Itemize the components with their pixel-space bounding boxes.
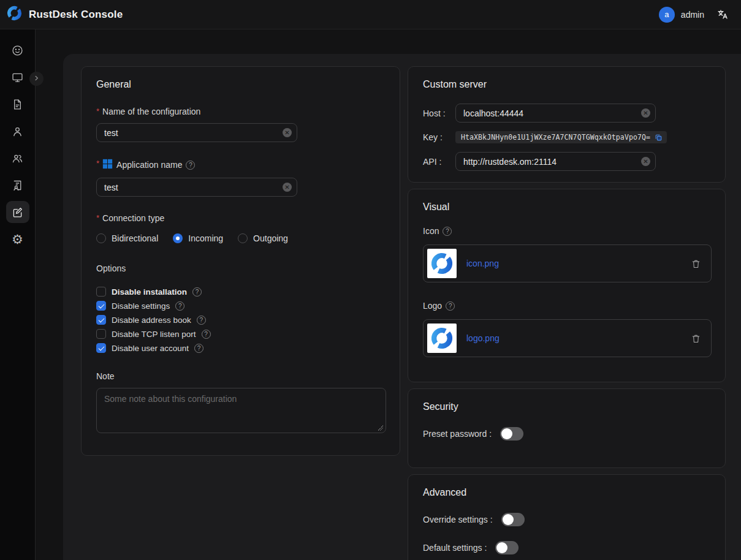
sidebar-item-custom-client[interactable] xyxy=(6,201,29,223)
connection-type-label: * Connection type xyxy=(96,213,385,223)
sidebar-collapse-button[interactable] xyxy=(29,72,44,86)
help-icon[interactable]: ? xyxy=(175,301,184,311)
preset-password-toggle[interactable] xyxy=(500,427,523,441)
required-asterisk: * xyxy=(96,213,99,222)
visual-card: Visual Icon ? icon.png xyxy=(408,189,726,382)
monitor-icon xyxy=(11,71,24,84)
windows-logo-icon xyxy=(102,159,113,171)
default-settings-label: Default settings : xyxy=(423,543,487,553)
help-icon[interactable]: ? xyxy=(194,344,203,353)
help-icon[interactable]: ? xyxy=(186,161,195,170)
override-settings-toggle[interactable] xyxy=(501,513,525,526)
option-disable-tcp-listen-port[interactable]: Disable TCP listen port ? xyxy=(96,329,385,339)
help-icon[interactable]: ? xyxy=(202,330,211,339)
avatar: a xyxy=(659,7,675,23)
security-card: Security Preset password : xyxy=(408,388,726,468)
general-title: General xyxy=(96,79,385,90)
default-settings-toggle[interactable] xyxy=(495,541,519,554)
radio-icon xyxy=(238,233,248,243)
radio-bidirectional[interactable]: Bidirectional xyxy=(96,233,158,243)
clear-icon[interactable]: ✕ xyxy=(283,128,292,137)
host-input[interactable] xyxy=(455,104,656,123)
trash-icon[interactable] xyxy=(691,259,701,269)
help-icon[interactable]: ? xyxy=(197,316,206,325)
advanced-card: Advanced Override settings : Default set… xyxy=(408,474,726,560)
app-title: RustDesk Console xyxy=(29,9,123,21)
edit-icon xyxy=(11,206,24,219)
radio-outgoing[interactable]: Outgoing xyxy=(238,233,288,243)
translate-icon[interactable] xyxy=(715,7,730,22)
config-name-label: * Name of the configuration xyxy=(96,107,385,116)
sidebar-item-settings[interactable]: ⚙ xyxy=(6,228,29,250)
logo-upload-row: logo.png xyxy=(423,319,712,357)
host-label: Host : xyxy=(423,108,455,118)
logo-thumbnail xyxy=(427,324,457,353)
document-user-icon xyxy=(11,179,24,192)
options-label: Options xyxy=(96,263,385,273)
chevron-right-icon xyxy=(32,74,40,85)
radio-icon xyxy=(173,233,183,243)
gear-icon: ⚙ xyxy=(12,233,23,246)
help-icon[interactable]: ? xyxy=(446,301,455,311)
note-textarea[interactable] xyxy=(96,388,386,433)
checkbox-icon[interactable] xyxy=(96,287,106,297)
api-input[interactable] xyxy=(455,152,656,171)
help-icon[interactable]: ? xyxy=(192,287,202,297)
clear-icon[interactable]: ✕ xyxy=(283,183,292,192)
key-label: Key : xyxy=(423,132,455,142)
copy-icon[interactable] xyxy=(655,134,663,142)
user-menu[interactable]: a admin xyxy=(659,7,704,23)
user-name: admin xyxy=(681,10,704,20)
custom-server-title: Custom server xyxy=(423,79,710,90)
server-key-value: HtaXBkJNHyn0e1U1jWXze7A7CN7QTGWqxkOtpaVp… xyxy=(455,131,667,143)
custom-server-card: Custom server Host : ✕ Key : HtaXBkJNHy xyxy=(408,66,726,183)
icon-thumbnail xyxy=(427,249,457,278)
sidebar-item-audit[interactable] xyxy=(6,93,29,115)
checkbox-icon[interactable] xyxy=(96,301,106,311)
required-asterisk: * xyxy=(96,159,99,168)
help-icon[interactable]: ? xyxy=(443,227,452,236)
api-label: API : xyxy=(423,157,455,167)
user-icon xyxy=(11,125,24,138)
option-disable-address-book[interactable]: Disable address book ? xyxy=(96,315,385,325)
checkbox-icon[interactable] xyxy=(96,343,106,353)
sidebar-item-users[interactable] xyxy=(6,120,29,142)
connection-type-group: Bidirectional Incoming Outgoing xyxy=(96,233,385,243)
sidebar-item-dashboard[interactable] xyxy=(6,39,29,61)
clear-icon[interactable]: ✕ xyxy=(641,157,650,166)
icon-upload-row: icon.png xyxy=(423,244,712,282)
icon-file-link[interactable]: icon.png xyxy=(466,259,499,268)
required-asterisk: * xyxy=(96,107,99,116)
general-card: General * Name of the configuration ✕ * xyxy=(81,66,400,456)
brand: RustDesk Console xyxy=(6,5,123,24)
options-group: Disable installation ? Disable settings … xyxy=(96,287,385,353)
logo-file-link[interactable]: logo.png xyxy=(466,333,500,343)
rustdesk-logo-icon xyxy=(6,5,23,24)
advanced-title: Advanced xyxy=(423,487,710,498)
sidebar: ⚙ xyxy=(0,29,36,560)
config-name-input[interactable] xyxy=(96,123,297,142)
option-disable-user-account[interactable]: Disable user account ? xyxy=(96,343,385,353)
application-name-input[interactable] xyxy=(96,178,297,197)
checkbox-icon[interactable] xyxy=(96,329,106,339)
trash-icon[interactable] xyxy=(691,333,701,344)
app-header: RustDesk Console a admin xyxy=(0,0,741,29)
sidebar-item-licenses[interactable] xyxy=(6,174,29,196)
document-icon xyxy=(11,98,24,111)
clear-icon[interactable]: ✕ xyxy=(641,108,650,118)
resize-handle[interactable] xyxy=(378,425,383,431)
sidebar-item-groups[interactable] xyxy=(6,147,29,169)
note-label: Note xyxy=(96,371,385,381)
application-name-label: * Application name ? xyxy=(96,159,385,171)
checkbox-icon[interactable] xyxy=(96,315,106,325)
logo-label: Logo ? xyxy=(423,301,710,311)
option-disable-installation[interactable]: Disable installation ? xyxy=(96,287,385,297)
icon-label: Icon ? xyxy=(423,226,710,236)
radio-icon xyxy=(96,233,106,243)
content-area: General * Name of the configuration ✕ * xyxy=(63,54,741,560)
smiley-icon xyxy=(11,44,24,57)
sidebar-item-devices[interactable] xyxy=(6,66,29,88)
radio-incoming[interactable]: Incoming xyxy=(173,233,223,243)
option-disable-settings[interactable]: Disable settings ? xyxy=(96,301,385,311)
security-title: Security xyxy=(423,401,710,412)
